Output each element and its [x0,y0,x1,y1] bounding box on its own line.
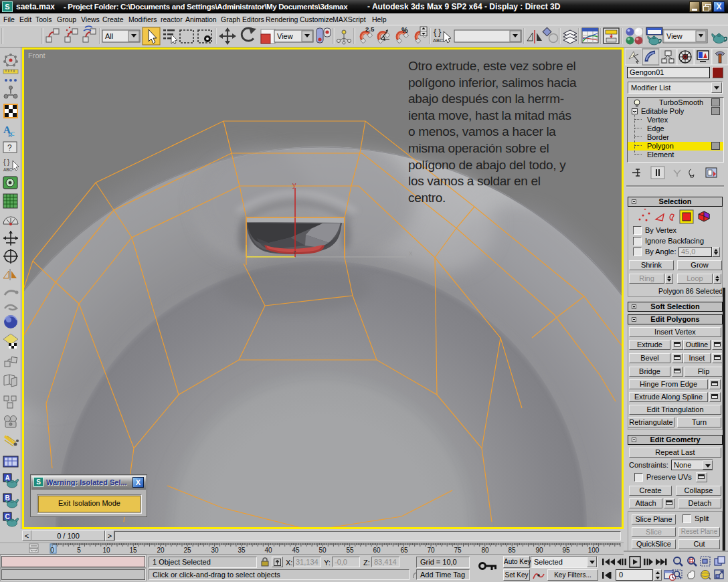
svg-text:70: 70 [427,547,435,554]
svg-text:75: 75 [454,547,462,554]
svg-text:x: x [409,249,413,257]
svg-text:0: 0 [50,547,54,554]
svg-text:{ }: { } [434,27,442,37]
svg-text:ABC: ABC [3,167,13,172]
svg-text:10: 10 [102,547,110,554]
svg-text:View: View [666,32,682,40]
svg-text:?: ? [7,143,12,153]
svg-text:20: 20 [157,547,165,554]
svg-text:View: View [277,32,293,40]
svg-text:25: 25 [183,547,191,554]
svg-text:ABC: ABC [433,37,444,43]
svg-text:y: y [292,181,296,189]
svg-text:100: 100 [588,547,600,554]
svg-text:40: 40 [264,547,272,554]
svg-text:80: 80 [481,547,489,554]
svg-text:90: 90 [535,547,543,554]
svg-text:All: All [105,32,113,40]
svg-text:85: 85 [508,547,516,554]
svg-text:55: 55 [346,547,354,554]
svg-text:60: 60 [373,547,381,554]
svg-text:45: 45 [292,547,300,554]
svg-text:5: 5 [77,547,81,554]
svg-text:95: 95 [562,547,570,554]
svg-text:{ }: { } [3,159,10,166]
svg-text:50: 50 [318,547,327,554]
svg-text:%: % [401,26,408,34]
svg-text:30: 30 [211,547,219,554]
svg-text:B: B [8,132,12,138]
svg-text:z: z [293,249,296,256]
svg-text:2.5: 2.5 [365,25,375,33]
svg-text:65: 65 [400,547,408,554]
svg-text:15: 15 [129,547,137,554]
svg-text:35: 35 [238,547,246,554]
